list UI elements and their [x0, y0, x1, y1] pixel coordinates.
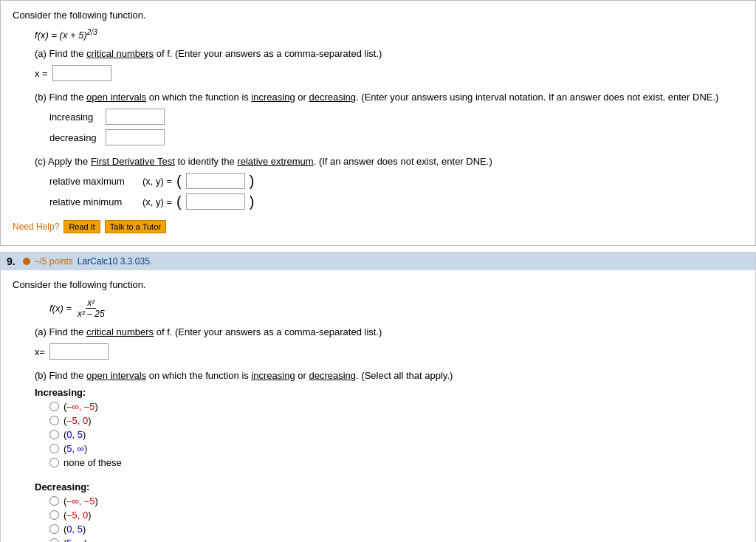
- q9-part-a-text1: (a) Find the: [35, 326, 86, 337]
- top-rel-max-eq: (x, y) =: [142, 176, 172, 187]
- question-9-id: LarCalc10 3.3.035.: [78, 256, 152, 267]
- top-rel-max-label: relative maximum: [49, 176, 138, 187]
- q9-inc-highlight1: –∞, –5: [66, 401, 94, 412]
- question-9-numerator: x²: [86, 298, 96, 309]
- question-9-part-b-label: (b) Find the open intervals on which the…: [35, 370, 743, 381]
- top-decreasing-label: decreasing: [49, 132, 101, 143]
- q9-inc-radio5[interactable]: [49, 458, 59, 467]
- top-part-a-text2: of f. (Enter your answers as a comma-sep…: [154, 48, 382, 59]
- top-part-a-text1: (a) Find the: [35, 48, 86, 59]
- q9-part-b-underline3: decreasing: [309, 370, 356, 381]
- q9-part-b-text2: on which the function is: [146, 370, 251, 381]
- top-rel-max-row: relative maximum (x, y) = ( ): [49, 173, 743, 189]
- q9-part-b-underline1: open intervals: [86, 370, 146, 381]
- q9-dec-opt3: (0, 5): [49, 524, 743, 535]
- q9-dec-label1: (–∞, –5): [63, 495, 98, 507]
- top-increasing-row: increasing: [49, 109, 743, 125]
- q9-dec-label3: (0, 5): [63, 524, 86, 535]
- top-intro: Consider the following function.: [13, 10, 743, 21]
- top-rel-min-label: relative minimum: [49, 196, 138, 207]
- question-9-fraction: x² x² – 25: [76, 298, 106, 319]
- question-9-points: –/5 points: [35, 256, 73, 267]
- top-rel-max-lparen: (: [176, 174, 182, 188]
- q9-dec-label2: (–5, 0): [63, 510, 92, 521]
- top-rel-max-rparen: ): [250, 174, 255, 188]
- q9-part-b-text3: or: [295, 370, 309, 381]
- q9-inc-label3: (0, 5): [63, 429, 86, 440]
- q9-inc-opt3: (0, 5): [49, 429, 743, 440]
- top-part-c-underline2: relative extremum: [237, 156, 313, 167]
- question-9-fx-label: f(x) =: [49, 303, 72, 314]
- top-part-b-text4: . (Enter your answers using interval not…: [356, 92, 718, 103]
- q9-part-b-text1: (b) Find the: [35, 370, 86, 381]
- question-9-part-a-input-row: x=: [35, 343, 743, 360]
- top-need-help-text: Need Help?: [13, 222, 59, 232]
- q9-part-b-text4: . (Select all that apply.): [356, 370, 453, 381]
- top-part-c-text1: (c) Apply the: [35, 156, 91, 167]
- top-part-c-text2: to identify the: [175, 156, 238, 167]
- q9-inc-radio2[interactable]: [49, 416, 59, 425]
- top-rel-max-input[interactable]: [186, 173, 245, 189]
- q9-inc-opt1: (–∞, –5): [49, 401, 743, 412]
- q9-increasing-section: Increasing:: [35, 387, 743, 398]
- top-part-b-underline2: increasing: [251, 92, 295, 103]
- top-rel-min-eq: (x, y) =: [142, 196, 172, 207]
- q9-part-a-underline: critical numbers: [86, 326, 154, 337]
- q9-dec-highlight2: –5, 0: [66, 510, 88, 521]
- top-increasing-label: increasing: [49, 112, 101, 123]
- top-rel-min-input[interactable]: [186, 193, 245, 210]
- top-part-b-underline1: open intervals: [86, 92, 146, 103]
- q9-inc-highlight4: 5, ∞: [66, 443, 84, 454]
- question-9-number: 9.: [7, 255, 16, 267]
- top-increasing-input[interactable]: [106, 109, 165, 125]
- top-read-it-button[interactable]: Read It: [63, 220, 100, 233]
- q9-inc-radio4[interactable]: [49, 444, 59, 453]
- question-9-denominator: x² – 25: [76, 309, 106, 319]
- q9-increasing-section-label: Increasing:: [35, 387, 86, 398]
- q9-dec-highlight3: 0, 5: [66, 524, 83, 535]
- q9-dec-opt1: (–∞, –5): [49, 495, 743, 507]
- top-part-b-text1: (b) Find the: [35, 92, 86, 103]
- q9-inc-label2: (–5, 0): [63, 415, 92, 426]
- top-need-help: Need Help? Read It Talk to a Tutor: [13, 220, 743, 233]
- q9-dec-radio1[interactable]: [49, 496, 59, 506]
- q9-inc-radio1[interactable]: [49, 402, 59, 411]
- q9-inc-label5: none of these: [63, 457, 122, 468]
- q9-dec-opt2: (–5, 0): [49, 510, 743, 521]
- q9-part-b-underline2: increasing: [251, 370, 295, 381]
- top-critical-numbers-input[interactable]: [52, 65, 111, 81]
- question-9-function: f(x) = x² x² – 25: [49, 298, 743, 319]
- q9-critical-numbers-input[interactable]: [49, 343, 109, 360]
- q9-dec-radio3[interactable]: [49, 524, 59, 534]
- top-consider-text: Consider the following function.: [13, 10, 146, 21]
- top-decreasing-input[interactable]: [106, 129, 165, 145]
- top-part-c-label: (c) Apply the First Derivative Test to i…: [35, 156, 743, 167]
- q9-inc-label4: (5, ∞): [63, 443, 87, 454]
- top-function: f(x) = (x + 5)2/3: [35, 28, 743, 41]
- q9-dec-label4: (5, ∞): [63, 538, 87, 542]
- q9-inc-opt2: (–5, 0): [49, 415, 743, 426]
- q9-decreasing-section-label: Decreasing:: [35, 481, 89, 493]
- q9-inc-radio3[interactable]: [49, 430, 59, 439]
- q9-inc-highlight3: 0, 5: [66, 429, 83, 440]
- question-9-intro: Consider the following function.: [13, 279, 743, 290]
- question-9-content: Consider the following function. f(x) = …: [1, 270, 755, 542]
- top-question-block: Consider the following function. f(x) = …: [0, 0, 756, 246]
- top-part-a-input-row: x =: [35, 65, 743, 81]
- top-rel-min-row: relative minimum (x, y) = ( ): [49, 193, 743, 210]
- question-9-dot: [23, 258, 30, 265]
- top-part-b-text2: on which the function is: [146, 92, 251, 103]
- top-part-b-underline3: decreasing: [309, 92, 356, 103]
- q9-inc-opt5: none of these: [49, 457, 743, 468]
- question-9-consider-text: Consider the following function.: [13, 279, 146, 290]
- top-talk-tutor-button[interactable]: Talk to a Tutor: [105, 220, 166, 233]
- top-part-a-underline: critical numbers: [86, 48, 154, 59]
- q9-dec-radio4[interactable]: [49, 538, 59, 542]
- top-fx-paren: (x) = (x + 5)2/3: [38, 30, 97, 41]
- q9-dec-radio2[interactable]: [49, 510, 59, 520]
- q9-dec-highlight1: –∞, –5: [66, 495, 94, 507]
- q9-dec-opt4: (5, ∞): [49, 538, 743, 542]
- top-part-c-underline1: First Derivative Test: [91, 156, 175, 167]
- question-9-header: 9. –/5 points LarCalc10 3.3.035.: [1, 253, 755, 270]
- top-rel-min-lparen: (: [176, 194, 182, 209]
